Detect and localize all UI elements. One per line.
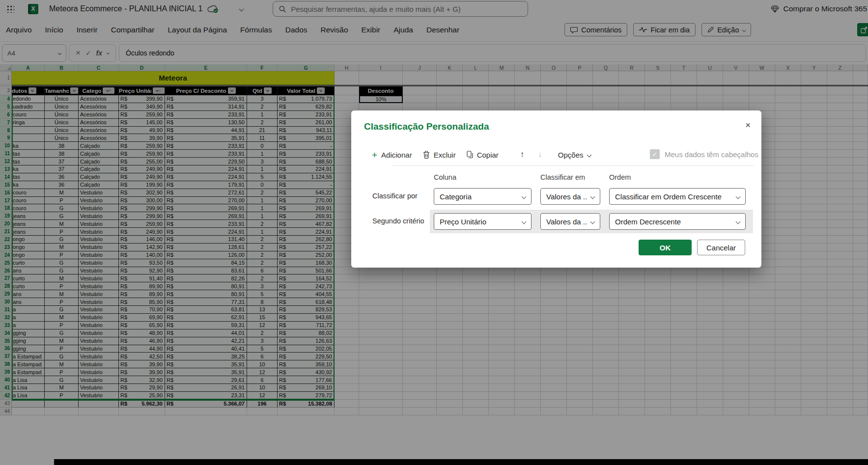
- copy-level-button[interactable]: Copiar: [467, 151, 499, 159]
- sort-level-1: Classificar por Categoria Valores da ...…: [351, 188, 761, 206]
- cancel-button[interactable]: Cancelar: [697, 240, 745, 255]
- chevron-down-icon: [736, 219, 741, 224]
- close-icon[interactable]: ×: [745, 120, 751, 130]
- chevron-down-icon: [587, 152, 591, 157]
- dialog-buttons: OK Cancelar: [351, 240, 761, 255]
- level2-sort-on-dropdown[interactable]: Valores da ...: [540, 213, 600, 230]
- chevron-down-icon: [590, 219, 595, 224]
- level1-sort-on-dropdown[interactable]: Valores da ...: [540, 188, 600, 205]
- chevron-down-icon: [736, 194, 741, 199]
- level2-column-dropdown[interactable]: Preço Unitário: [434, 213, 532, 230]
- sort-level-2: Segundo critério Preço Unitário Valores …: [351, 213, 761, 231]
- dialog-toolbar: + Adicionar Excluir Copiar ↑ ↓ Opções ✓ …: [372, 148, 752, 162]
- move-up-button[interactable]: ↑: [520, 150, 525, 160]
- chevron-down-icon: [590, 194, 595, 199]
- toolbar-divider: [392, 165, 754, 166]
- sort-on-label: Classificar em: [540, 173, 585, 181]
- column-label: Coluna: [434, 173, 456, 181]
- options-button[interactable]: Opções: [558, 151, 591, 159]
- level2-order-dropdown[interactable]: Ordem Decrescente: [609, 213, 746, 230]
- add-level-button[interactable]: + Adicionar: [372, 150, 412, 160]
- level1-column-dropdown[interactable]: Categoria: [434, 188, 532, 205]
- ok-button[interactable]: OK: [639, 240, 692, 255]
- copy-icon: [467, 151, 473, 159]
- chevron-down-icon: [522, 194, 527, 199]
- check-icon: ✓: [652, 151, 658, 158]
- move-down-button[interactable]: ↓: [538, 150, 542, 160]
- custom-sort-dialog: × Classificação Personalizada + Adiciona…: [351, 110, 761, 268]
- order-label: Ordem: [609, 173, 631, 181]
- plus-icon: +: [372, 150, 377, 160]
- sort-by-label: Classificar por: [372, 192, 418, 200]
- dialog-title: Classificação Personalizada: [364, 121, 489, 132]
- level1-order-dropdown[interactable]: Classificar em Ordem Crescente: [609, 188, 746, 205]
- trash-icon: [423, 151, 430, 159]
- then-by-label: Segundo critério: [372, 217, 424, 225]
- headers-checkbox[interactable]: ✓: [650, 149, 660, 159]
- delete-level-button[interactable]: Excluir: [423, 151, 456, 159]
- chevron-down-icon: [522, 219, 527, 224]
- headers-checkbox-label: Meus dados têm cabeçalhos: [665, 150, 758, 159]
